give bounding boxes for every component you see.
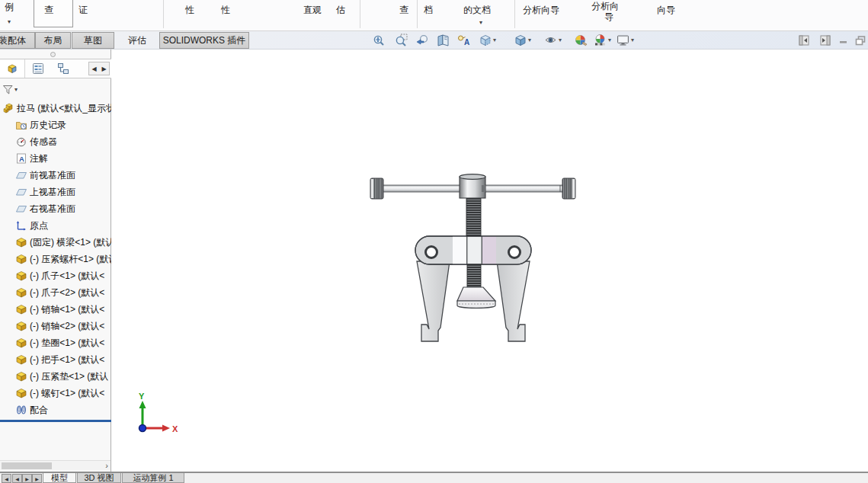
ribbon-button[interactable]: 分析向导 [523, 5, 559, 15]
tree-item-label: 历史记录 [30, 119, 66, 132]
dropdown-caret-icon[interactable]: ▾ [631, 37, 634, 43]
view-orientation-button[interactable] [479, 34, 492, 46]
tree-item-plane[interactable]: 前视基准面 [0, 167, 111, 184]
ribbon-pressed-button[interactable] [34, 0, 73, 27]
ribbon-button[interactable]: 档 [424, 5, 433, 15]
ribbon-button[interactable]: 性 [221, 5, 230, 15]
tab-评估[interactable]: 评估 [116, 32, 159, 49]
zoom-to-area-button[interactable] [395, 34, 408, 46]
collapse-panel-right-button[interactable] [820, 35, 831, 46]
collapse-panel-left-button[interactable] [799, 35, 809, 46]
dropdown-caret-icon[interactable]: ▾ [479, 20, 482, 26]
bottom-tab-bar: ◀◀▶▶模型3D 视图运动算例 1 [0, 472, 868, 483]
tab-模型[interactable]: 模型 [43, 473, 76, 483]
scrollbar-expand-icon[interactable]: › [105, 461, 108, 471]
ribbon-button[interactable]: 的文档 [463, 5, 491, 15]
tree-item-sensors[interactable]: 传感器 [0, 133, 111, 150]
display-style-icon [514, 34, 527, 46]
ribbon-button[interactable]: 证 [78, 5, 88, 15]
tab-solidworks-插件[interactable]: SOLIDWORKS 插件 [159, 32, 249, 49]
panel-splitter-handle[interactable] [50, 52, 56, 57]
view-settings-icon [617, 34, 629, 46]
tree-item-plane[interactable]: 右视基准面 [0, 200, 111, 217]
tree-item-part[interactable]: (-) 压紧螺杆<1> (默认 [0, 251, 111, 267]
pressure-pad[interactable] [457, 287, 495, 308]
part-icon [15, 320, 27, 332]
graphics-viewport[interactable]: Y X [0, 50, 868, 472]
screw-smooth-section[interactable] [466, 236, 482, 264]
featuremanager-tree-tab[interactable] [0, 59, 25, 78]
tree-item-part[interactable]: (-) 销轴<1> (默认< [0, 301, 111, 318]
rollback-bar[interactable] [0, 420, 111, 422]
dropdown-caret-icon[interactable]: ▾ [8, 19, 11, 25]
pin-right[interactable] [509, 247, 520, 258]
tree-item-mates[interactable]: 配合 [0, 401, 111, 418]
ribbon-button[interactable]: 向导 [657, 5, 675, 15]
tree-item-part[interactable]: (-) 爪子<2> (默认< [0, 284, 111, 301]
ribbon-button[interactable]: 分析向 [591, 1, 619, 11]
filter-caret-icon[interactable]: ▾ [14, 86, 18, 93]
tree-item-origin[interactable]: 原点 [0, 217, 111, 234]
tree-item-annotations[interactable]: 注解 [0, 150, 111, 167]
tab-运动算例-1[interactable]: 运动算例 1 [122, 473, 184, 483]
scroll-first-tab-button[interactable]: ◀ [2, 474, 11, 483]
panel-tab-scroll-left[interactable]: ◀ [89, 62, 99, 75]
tab-装配体[interactable]: 装配体 [0, 32, 35, 49]
ribbon-button[interactable]: 估 [336, 5, 345, 15]
edit-appearance-button[interactable] [575, 34, 588, 46]
section-view-button[interactable] [437, 34, 450, 46]
ribbon-divider [417, 0, 418, 28]
scrollbar-thumb[interactable] [2, 462, 52, 469]
ribbon-button[interactable]: 查 [399, 5, 408, 15]
tree-item-plane[interactable]: 上视基准面 [0, 184, 111, 200]
dropdown-caret-icon[interactable]: ▾ [559, 37, 562, 43]
tree-item-assembly[interactable]: 拉马 (默认<默认_显示状 [0, 100, 111, 117]
ribbon-button[interactable]: 性 [185, 5, 194, 15]
scroll-last-tab-button[interactable]: ▶ [32, 474, 42, 483]
ribbon-button[interactable]: 导 [604, 11, 613, 22]
tree-item-part[interactable]: (-) 把手<1> (默认< [0, 351, 111, 368]
scroll-next-tab-button[interactable]: ▶ [22, 474, 32, 483]
edit-appearance-icon [575, 34, 588, 46]
previous-view-button[interactable] [416, 34, 429, 46]
scroll-prev-tab-button[interactable]: ◀ [12, 474, 22, 483]
screw-hub[interactable] [460, 174, 485, 198]
tree-item-part[interactable]: (-) 销轴<2> (默认< [0, 318, 111, 334]
ribbon-button[interactable]: 直观 [303, 5, 322, 15]
puller-model[interactable] [370, 174, 575, 341]
claw-right[interactable] [497, 261, 530, 341]
sensors-icon [15, 136, 27, 148]
dropdown-caret-icon[interactable]: ▾ [608, 37, 611, 43]
tree-item-part[interactable]: (-) 垫圈<1> (默认< [0, 334, 111, 351]
tab-布局[interactable]: 布局 [35, 32, 71, 49]
ribbon-button[interactable]: 查 [44, 5, 53, 15]
tab-3d-视图[interactable]: 3D 视图 [77, 473, 121, 483]
restore-button[interactable] [855, 35, 866, 46]
tree-item-history[interactable]: 历史记录 [0, 117, 111, 133]
handle-grip-left[interactable] [370, 178, 383, 199]
tree-filter[interactable]: ▾ [0, 80, 111, 98]
tab-草图[interactable]: 草图 [72, 32, 114, 49]
tree-item-part[interactable]: (-) 压紧垫<1> (默认 [0, 368, 111, 385]
tree-item-part[interactable]: (固定) 横梁<1> (默认 [0, 234, 111, 251]
view-settings-button[interactable] [617, 34, 629, 46]
apply-scene-button[interactable] [594, 34, 607, 46]
hide-show-items-button[interactable] [544, 34, 557, 46]
tree-item-part[interactable]: (-) 螺钉<1> (默认< [0, 385, 111, 401]
ribbon-button[interactable]: 例 [5, 2, 14, 12]
zoom-to-fit-button[interactable] [372, 34, 385, 46]
feature-tree: 拉马 (默认<默认_显示状历史记录传感器注解前视基准面上视基准面右视基准面原点(… [0, 100, 111, 418]
panel-tab-scroll-right[interactable]: ▶ [99, 62, 109, 75]
panel-horizontal-scrollbar[interactable]: › [0, 460, 111, 470]
tree-item-part[interactable]: (-) 爪子<1> (默认< [0, 267, 111, 284]
handle-grip-right[interactable] [562, 178, 575, 199]
claw-left[interactable] [417, 261, 450, 341]
pin-left[interactable] [426, 247, 437, 258]
dropdown-caret-icon[interactable]: ▾ [528, 37, 531, 43]
dropdown-caret-icon[interactable]: ▾ [493, 37, 496, 43]
minimize-button[interactable] [838, 35, 849, 46]
propertymanager-tab[interactable] [25, 59, 50, 78]
annotation-views-button[interactable] [457, 34, 470, 46]
configurationmanager-tab[interactable] [50, 59, 75, 78]
display-style-button[interactable] [514, 34, 527, 46]
